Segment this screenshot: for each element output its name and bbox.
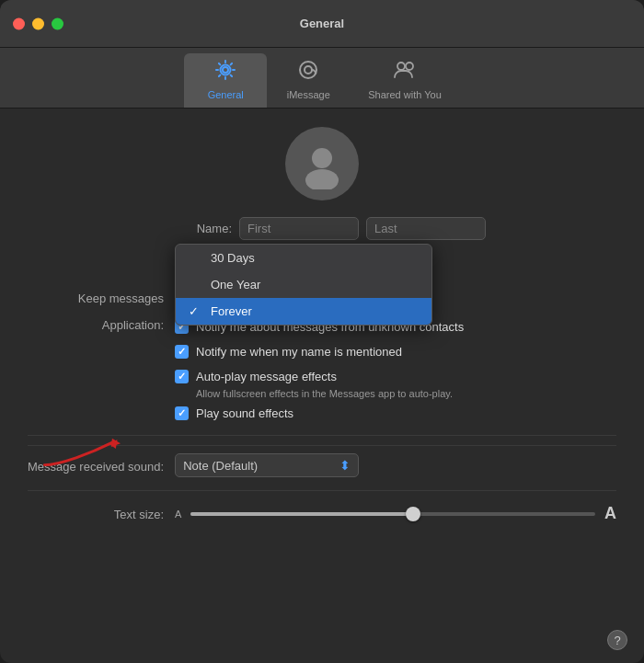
- tab-general[interactable]: General: [184, 53, 267, 108]
- titlebar: General: [0, 0, 644, 48]
- tab-imessage-label: iMessage: [287, 89, 330, 100]
- svg-point-6: [312, 148, 332, 168]
- svg-point-0: [223, 67, 228, 73]
- checkbox-autoplay-box[interactable]: ✓: [175, 370, 189, 383]
- at-icon: [297, 59, 319, 86]
- tab-shared[interactable]: Shared with You: [350, 53, 460, 108]
- tab-shared-label: Shared with You: [368, 89, 442, 100]
- checkbox-autoplay: ✓ Auto-play message effects: [175, 366, 464, 387]
- last-name-input[interactable]: [366, 217, 486, 240]
- window-controls: [13, 17, 63, 29]
- text-size-slider-track: [190, 512, 595, 516]
- maximize-button[interactable]: [52, 17, 63, 29]
- name-label: Name:: [177, 222, 232, 235]
- application-label: Application:: [28, 316, 175, 332]
- help-button[interactable]: ?: [607, 630, 627, 650]
- window: General General iMessage: [0, 0, 644, 663]
- svg-point-2: [305, 66, 312, 74]
- text-size-slider-thumb[interactable]: [406, 507, 420, 521]
- sound-dropdown-value: Note (Default): [183, 459, 258, 473]
- checkmark-forever: ✓: [189, 304, 203, 318]
- option-oneyear[interactable]: One Year: [176, 271, 431, 298]
- svg-point-5: [406, 63, 413, 70]
- checkbox-autoplay-sublabel: Allow fullscreen effects in the Messages…: [175, 388, 464, 399]
- checkbox-sound-box[interactable]: ✓: [175, 406, 189, 420]
- checkbox-mentioned-check: ✓: [178, 346, 186, 358]
- main-content: Name: Set up Name and Photo Sharing... K…: [0, 109, 644, 663]
- option-30days[interactable]: 30 Days: [176, 245, 431, 271]
- close-button[interactable]: [13, 17, 25, 29]
- option-forever[interactable]: ✓ Forever: [176, 298, 431, 325]
- keep-messages-label: Keep messages: [28, 290, 175, 305]
- checkbox-sound-label: Play sound effects: [196, 406, 293, 420]
- checkbox-mentioned: ✓ Notify me when my name is mentioned: [175, 341, 464, 362]
- first-name-input[interactable]: [239, 217, 359, 240]
- tab-imessage[interactable]: iMessage: [267, 53, 350, 108]
- shared-icon: [393, 59, 417, 86]
- divider-2: [28, 490, 616, 491]
- checkbox-autoplay-check: ✓: [178, 371, 186, 383]
- settings-area: Keep messages 30 Days One Year ✓: [0, 284, 644, 531]
- checkbox-autoplay-group: ✓ Auto-play message effects Allow fullsc…: [175, 366, 464, 399]
- text-size-large: A: [604, 504, 616, 523]
- sound-dropdown[interactable]: Note (Default) ⬍: [175, 453, 359, 477]
- text-size-row: Text size: A A: [28, 497, 616, 531]
- window-title: General: [300, 17, 344, 30]
- name-row: Name:: [158, 217, 486, 240]
- tabbar: General iMessage Shared with You: [0, 48, 644, 109]
- checkbox-sound: ✓ Play sound effects: [175, 403, 464, 424]
- checkbox-sound-check: ✓: [178, 407, 186, 419]
- checkbox-mentioned-label: Notify me when my name is mentioned: [196, 345, 402, 359]
- application-row: Application: ✓ Notify me about messages …: [28, 311, 616, 429]
- tab-general-label: General: [208, 89, 244, 100]
- text-size-small: A: [175, 509, 181, 520]
- text-size-slider-fill: [190, 512, 413, 516]
- text-size-label: Text size:: [28, 506, 175, 521]
- arrow-annotation: [37, 429, 129, 478]
- keep-messages-row: Keep messages 30 Days One Year ✓: [28, 284, 616, 311]
- gear-icon: [214, 59, 236, 86]
- avatar[interactable]: [285, 127, 359, 200]
- svg-point-7: [305, 169, 339, 189]
- checkbox-mentioned-box[interactable]: ✓: [175, 345, 189, 359]
- svg-point-4: [397, 63, 405, 70]
- keep-messages-popup: 30 Days One Year ✓ Forever: [175, 244, 432, 326]
- sound-arrows-icon: ⬍: [339, 458, 351, 473]
- avatar-icon: [296, 138, 348, 189]
- minimize-button[interactable]: [32, 17, 44, 29]
- checkbox-autoplay-label: Auto-play message effects: [196, 370, 337, 383]
